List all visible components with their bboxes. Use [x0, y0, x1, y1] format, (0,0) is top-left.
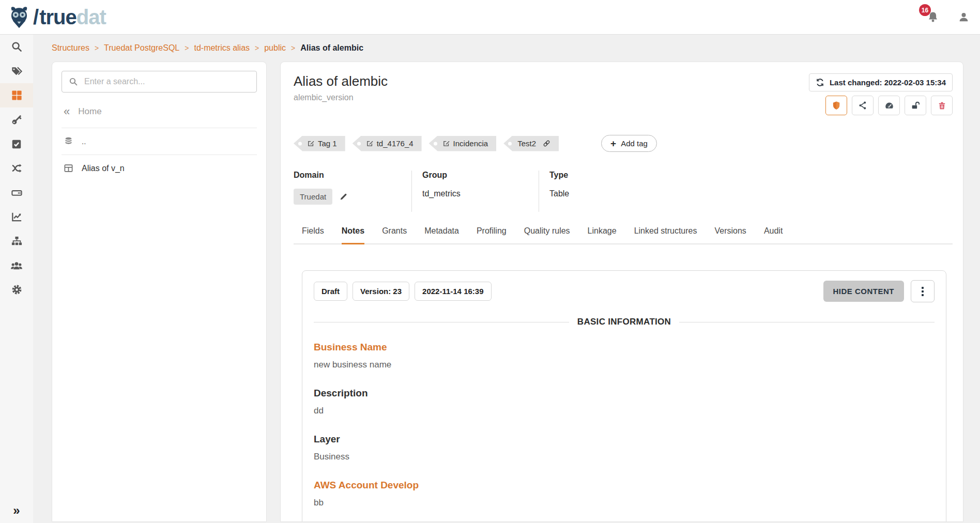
protect-button[interactable] — [825, 96, 847, 115]
sidebar-item-systems[interactable] — [0, 180, 33, 205]
double-chevron-right-icon: » — [13, 503, 20, 517]
group-value: td_metrics — [422, 189, 539, 198]
group-label: Group — [422, 171, 539, 180]
breadcrumb-link[interactable]: td-metrics alias — [194, 43, 250, 53]
tab-linked-structures[interactable]: Linked structures — [634, 226, 697, 243]
note-timestamp-badge: 2022-11-14 16:39 — [415, 282, 491, 301]
field-label: Description — [314, 388, 935, 399]
tab-fields[interactable]: Fields — [302, 226, 324, 243]
tab-linkage[interactable]: Linkage — [588, 226, 617, 243]
note-field: Business Name new business name — [314, 342, 935, 370]
sidebar-item-structures[interactable] — [0, 83, 33, 107]
tab-quality-rules[interactable]: Quality rules — [524, 226, 570, 243]
note-field: Layer Business — [314, 434, 935, 462]
tag-chip[interactable]: Tag 1 — [294, 136, 345, 151]
section-header: BASIC INFORMATION — [314, 317, 935, 327]
note-status-badge: Draft — [314, 282, 347, 301]
tab-notes[interactable]: Notes — [342, 226, 364, 244]
field-label: Layer — [314, 434, 935, 445]
domain-value-chip[interactable]: Truedat — [294, 189, 332, 205]
double-chevron-left-icon: « — [64, 106, 70, 117]
sitemap-icon — [11, 235, 23, 247]
sidebar-item-dashboards[interactable] — [0, 205, 33, 229]
last-changed-label: Last changed: 2022-02-03 15:34 — [830, 78, 946, 87]
field-value: bb — [314, 498, 935, 508]
logo-text: /truedat — [33, 7, 106, 27]
breadcrumb-link[interactable]: Truedat PostgreSQL — [104, 43, 179, 53]
tab-audit[interactable]: Audit — [764, 226, 783, 243]
sidebar-item-search[interactable] — [0, 35, 33, 59]
tag-chip[interactable]: td_4176_4 — [353, 136, 422, 151]
profiling-gauge-button[interactable] — [878, 96, 900, 115]
rail-expand-button[interactable]: » — [0, 503, 33, 518]
refresh-icon — [816, 78, 824, 87]
field-value: dd — [314, 406, 935, 416]
share-button[interactable] — [852, 96, 874, 115]
delete-button[interactable] — [931, 96, 953, 115]
search-icon — [11, 41, 23, 53]
database-icon — [64, 136, 73, 146]
sidebar-item-settings[interactable] — [0, 278, 33, 302]
structure-browser-panel: « Home .. — [52, 61, 267, 522]
tags-row: Tag 1 td_4176_4 — [294, 135, 953, 152]
edit-icon — [308, 140, 314, 147]
add-tag-label: Add tag — [621, 139, 648, 148]
sidebar-item-users[interactable] — [0, 253, 33, 278]
section-title: BASIC INFORMATION — [577, 317, 671, 327]
breadcrumb-separator: > — [95, 44, 99, 52]
breadcrumb: Structures > Truedat PostgreSQL > td-met… — [33, 35, 980, 61]
tab-profiling[interactable]: Profiling — [477, 226, 507, 243]
breadcrumb-link[interactable]: Structures — [52, 43, 89, 53]
tag-label: Tag 1 — [318, 139, 337, 148]
top-header: /truedat 16 — [0, 0, 980, 35]
grid-icon — [11, 89, 23, 101]
breadcrumb-link[interactable]: public — [264, 43, 286, 53]
structure-item[interactable]: Alias of v_n — [62, 155, 257, 181]
parent-structure-item[interactable]: .. — [62, 128, 257, 155]
field-value: new business name — [314, 360, 935, 370]
chart-line-icon — [11, 211, 23, 223]
field-label: Business Name — [314, 342, 935, 353]
lock-toggle-button[interactable] — [905, 96, 926, 115]
hide-content-button[interactable]: HIDE CONTENT — [823, 281, 905, 302]
sidebar-item-permissions[interactable] — [0, 107, 33, 132]
kebab-icon — [922, 287, 924, 289]
edit-icon — [443, 140, 450, 147]
hard-drive-icon — [11, 187, 23, 198]
home-nav-item[interactable]: « Home — [62, 106, 257, 128]
gear-icon — [11, 284, 23, 296]
notification-badge: 16 — [919, 4, 931, 16]
notifications-button[interactable]: 16 — [927, 11, 939, 23]
tab-metadata[interactable]: Metadata — [424, 226, 459, 243]
search-input[interactable] — [84, 77, 250, 86]
sidebar-item-lineage[interactable] — [0, 156, 33, 180]
link-icon — [543, 140, 550, 147]
sidebar-item-rules[interactable] — [0, 132, 33, 156]
sidebar-item-taxonomy[interactable] — [0, 229, 33, 253]
unlock-icon — [911, 101, 921, 111]
note-field: AWS Account Develop bb — [314, 480, 935, 508]
tag-chip[interactable]: Incidencia — [429, 136, 497, 151]
user-menu-button[interactable] — [958, 11, 970, 23]
search-input-wrap — [62, 71, 257, 93]
refresh-last-changed-button[interactable]: Last changed: 2022-02-03 15:34 — [809, 73, 953, 91]
search-icon — [69, 77, 78, 86]
tab-grants[interactable]: Grants — [382, 226, 407, 243]
truedat-logo[interactable]: /truedat — [7, 5, 106, 29]
tag-chip[interactable]: Test2 — [503, 136, 559, 151]
icon-rail: » — [0, 35, 33, 523]
note-fields: Business Name new business name Descript… — [314, 342, 935, 522]
tab-versions[interactable]: Versions — [715, 226, 746, 243]
technical-name: alembic_version — [294, 93, 388, 102]
gauge-icon — [884, 101, 894, 111]
field-value: Business — [314, 452, 935, 462]
sidebar-item-tags[interactable] — [0, 59, 33, 83]
shield-icon — [832, 101, 841, 110]
type-label: Type — [549, 171, 663, 180]
key-icon — [11, 114, 23, 126]
add-tag-button[interactable]: + Add tag — [601, 135, 657, 152]
kebab-menu-button[interactable] — [911, 280, 935, 302]
domain-label: Domain — [294, 171, 411, 180]
check-square-icon — [11, 139, 22, 150]
pencil-icon[interactable] — [339, 192, 348, 201]
